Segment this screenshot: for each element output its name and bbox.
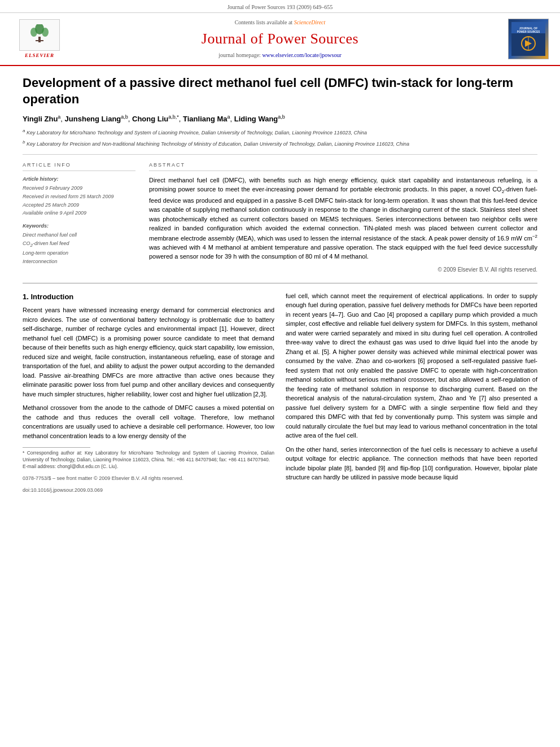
svg-point-1: [30, 28, 37, 37]
article-info-heading: ARTICLE INFO: [23, 161, 135, 171]
author-1: Yingli Zhu: [23, 115, 58, 123]
keyword-2: CO2-driven fuel feed: [23, 240, 135, 248]
body-para-1: Recent years have witnessed increasing e…: [23, 305, 274, 399]
elsevier-text: ELSEVIER: [25, 52, 54, 59]
journal-logo-right: JOURNAL OF POWER SOURCES: [492, 19, 549, 59]
journal-title-header: Journal of Power Sources: [68, 29, 492, 49]
issn-line: 0378-7753/$ – see front matter © 2009 El…: [23, 475, 274, 483]
journal-header: ELSEVIER Contents lists available at Sci…: [0, 13, 560, 66]
affiliation-a: a Key Laboratory for Micro/Nano Technolo…: [23, 128, 537, 137]
journal-reference-bar: Journal of Power Sources 193 (2009) 649–…: [0, 0, 560, 13]
footnote-divider: [23, 447, 90, 448]
section-1-title: 1. Introduction: [23, 291, 274, 303]
author-3: Chong Liu: [132, 115, 168, 123]
footnote-email-text: E-mail address: chongl@dlut.edu.cn (C. L…: [23, 464, 274, 470]
author-5: Liding Wang: [234, 115, 278, 123]
body-col-right: fuel cell, which cannot meet the require…: [286, 291, 537, 495]
body-col-left: 1. Introduction Recent years have witnes…: [23, 291, 274, 495]
body-para-2: Methanol crossover from the anode to the…: [23, 403, 274, 440]
sciencedirect-line: Contents lists available at ScienceDirec…: [68, 19, 492, 27]
keyword-3: Long-term operation: [23, 250, 135, 257]
body-para-3: fuel cell, which cannot meet the require…: [286, 291, 537, 440]
header-divider: [23, 154, 537, 155]
abstract-text: Direct methanol fuel cell (DMFC), with b…: [149, 176, 537, 261]
main-content: Development of a passive direct methanol…: [0, 66, 560, 506]
journal-header-center: Contents lists available at ScienceDirec…: [68, 19, 492, 59]
revised-date: Received in revised form 25 March 2009: [23, 193, 135, 200]
elsevier-logo: ELSEVIER: [11, 19, 68, 59]
abstract-heading: ABSTRACT: [149, 161, 537, 171]
body-divider: [23, 283, 537, 283]
svg-text:POWER SOURCES: POWER SOURCES: [517, 30, 540, 33]
sciencedirect-link[interactable]: ScienceDirect: [294, 19, 326, 25]
affiliation-b: b Key Laboratory for Precision and Non-t…: [23, 139, 537, 148]
doi-line: doi:10.1016/j.jpowsour.2009.03.069: [23, 487, 274, 495]
svg-rect-4: [36, 40, 43, 41]
author-4: Tianliang Ma: [183, 115, 228, 123]
body-content: 1. Introduction Recent years have witnes…: [23, 291, 537, 495]
info-abstract-section: ARTICLE INFO Article history: Received 9…: [23, 161, 537, 273]
received-date: Received 9 February 2009: [23, 185, 135, 192]
article-history-label: Article history:: [23, 176, 135, 183]
svg-point-2: [42, 28, 49, 37]
svg-rect-3: [38, 37, 41, 42]
footnote-star-text: * Corresponding author at: Key Laborator…: [23, 450, 274, 464]
journal-homepage-line: journal homepage: www.elsevier.com/locat…: [68, 51, 492, 59]
abstract-column: ABSTRACT Direct methanol fuel cell (DMFC…: [149, 161, 537, 273]
keywords-label: Keywords:: [23, 222, 135, 230]
accepted-date: Accepted 25 March 2009: [23, 202, 135, 209]
elsevier-logo-box: [19, 19, 60, 51]
svg-text:JOURNAL OF: JOURNAL OF: [519, 27, 537, 30]
keyword-4: Interconnection: [23, 258, 135, 265]
online-date: Available online 9 April 2009: [23, 209, 135, 217]
journal-logo-box: JOURNAL OF POWER SOURCES: [508, 19, 549, 59]
copyright-line: © 2009 Elsevier B.V. All rights reserved…: [149, 266, 537, 274]
journal-homepage-link[interactable]: www.elsevier.com/locate/jpowsour: [262, 52, 341, 58]
article-title: Development of a passive direct methanol…: [23, 75, 537, 107]
journal-ref-text: Journal of Power Sources 193 (2009) 649–…: [228, 4, 333, 10]
article-info-column: ARTICLE INFO Article history: Received 9…: [23, 161, 135, 273]
author-2: Junsheng Liang: [65, 115, 121, 123]
keyword-1: Direct methanol fuel cell: [23, 231, 135, 239]
body-para-4: On the other hand, series interconnectio…: [286, 445, 537, 482]
authors-line: Yingli Zhua, Junsheng Lianga,b, Chong Li…: [23, 113, 537, 125]
